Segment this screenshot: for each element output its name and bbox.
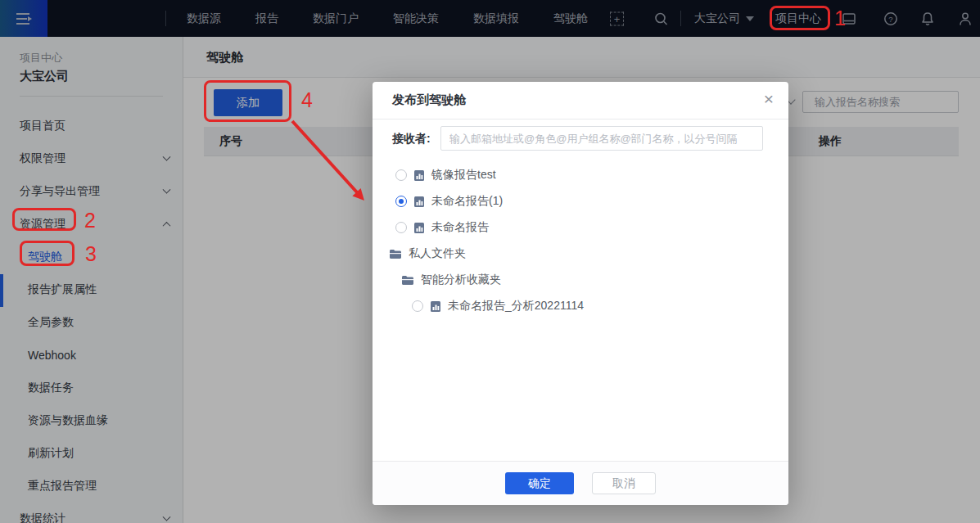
report-icon [413,222,425,234]
radio-checked[interactable] [395,196,407,207]
tree-folder[interactable]: 智能分析收藏夹 [373,267,788,293]
tree-folder[interactable]: 私人文件夹 [373,241,788,267]
tree-item-label: 镜像报告test [431,168,496,183]
tree-item-report[interactable]: 未命名报告(1) [373,188,788,214]
report-icon [430,300,441,313]
recipient-input[interactable] [440,126,763,151]
report-icon [413,169,425,182]
close-icon[interactable]: × [764,90,774,107]
report-tree: 镜像报告test 未命名报告(1) 未命名报告 私人文件夹 [373,162,788,319]
radio-unchecked[interactable] [412,300,423,312]
cancel-button[interactable]: 取消 [592,472,656,494]
confirm-button[interactable]: 确定 [505,472,574,494]
radio-unchecked[interactable] [395,222,407,233]
tree-item-label: 未命名报告_分析20221114 [448,299,584,313]
tree-folder-label: 私人文件夹 [409,246,466,261]
tree-item-report[interactable]: 未命名报告 [373,214,788,241]
dialog-title: 发布到驾驶舱 [392,92,466,108]
publish-to-cockpit-dialog: 发布到驾驶舱 × 接收者: 镜像报告test 未命名报告(1) 未命名报告 [373,82,788,505]
tree-item-report[interactable]: 未命名报告_分析20221114 [373,293,788,319]
tree-folder-label: 智能分析收藏夹 [421,273,501,287]
radio-unchecked[interactable] [395,169,407,181]
dialog-header: 发布到驾驶舱 × [373,82,788,119]
tree-item-label: 未命名报告(1) [431,194,503,209]
recipient-label: 接收者: [392,132,431,147]
tree-item-label: 未命名报告 [431,220,489,235]
tree-item-report[interactable]: 镜像报告test [373,162,788,188]
dialog-footer: 确定 取消 [373,461,788,505]
folder-icon [389,249,402,259]
report-icon [413,196,425,208]
folder-icon [401,275,414,286]
